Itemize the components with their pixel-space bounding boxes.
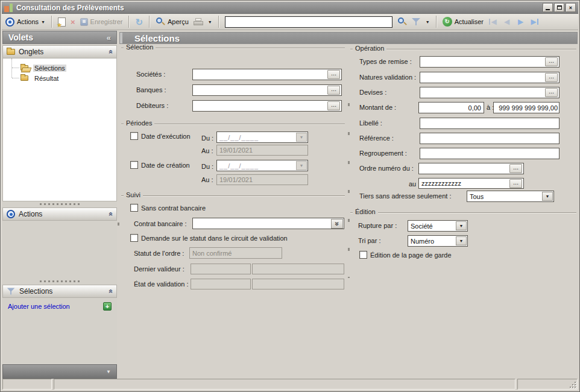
folder-icon xyxy=(7,49,15,55)
du-label: Du : xyxy=(201,134,213,142)
tiers-sans-adresse-select[interactable]: Tous ▼ xyxy=(467,191,554,202)
preview-button[interactable]: Aperçu xyxy=(153,16,191,28)
devises-browse-button[interactable]: ... xyxy=(545,88,558,97)
sidebar-splitter[interactable] xyxy=(2,201,117,206)
au-label: Au : xyxy=(201,147,213,154)
ordre-numero-au-input[interactable]: zzzzzzzzzzzz ... xyxy=(418,178,524,189)
dernier-valideur-input-2 xyxy=(252,264,344,274)
date-execution-au-input: 19/01/2021 xyxy=(216,145,308,156)
close-button[interactable]: × xyxy=(566,3,576,12)
print-options-button[interactable]: ▼ xyxy=(206,19,215,25)
debiteurs-input[interactable]: ... xyxy=(192,100,342,112)
print-button[interactable] xyxy=(191,17,206,27)
reference-input[interactable] xyxy=(420,133,560,144)
date-execution-checkbox[interactable] xyxy=(130,132,138,140)
tiers-dropdown-button[interactable]: ▼ xyxy=(542,192,553,201)
nav-previous-button: ◀ xyxy=(500,16,514,28)
nav-last-button[interactable]: ▶ xyxy=(528,16,541,28)
regroupement-label: Regroupement : xyxy=(359,150,407,157)
actions-section-body xyxy=(2,221,117,279)
ordre-du-browse-button[interactable]: ... xyxy=(509,164,522,173)
au-label: Au : xyxy=(201,176,213,183)
rupture-dropdown-button[interactable]: ▼ xyxy=(456,221,467,230)
types-remise-input[interactable]: ... xyxy=(420,56,560,68)
filter-options-button[interactable]: ▼ xyxy=(423,19,432,25)
resize-grip[interactable] xyxy=(570,382,576,388)
refresh-button[interactable]: ↻ Actualiser xyxy=(440,16,486,28)
page-garde-checkbox[interactable] xyxy=(359,251,367,259)
montant-min-input[interactable]: 0,00 xyxy=(418,102,484,113)
minimize-button[interactable] xyxy=(543,3,553,12)
collapse-sidebar-icon[interactable]: « xyxy=(107,33,111,42)
statut-ordre-input: Non confirmé xyxy=(189,247,282,259)
nav-next-button[interactable]: ▶ xyxy=(514,16,528,28)
page-title: Sélections xyxy=(134,33,180,43)
tree-item-selections[interactable]: Sélections xyxy=(3,63,116,73)
status-bar xyxy=(2,379,578,390)
toolbar-separator xyxy=(128,16,129,28)
sidebar-bottom-bar[interactable]: ▼ xyxy=(2,364,117,379)
devises-input[interactable]: ... xyxy=(420,87,560,98)
add-selection-link[interactable]: Ajouter une sélection xyxy=(8,303,70,310)
chevron-down-icon: ▼ xyxy=(459,224,464,228)
contrat-combo[interactable]: » xyxy=(192,218,344,229)
chevron-up-icon[interactable]: » xyxy=(108,212,114,217)
app-window: Consultation des Prélèvements × Actions … xyxy=(0,0,580,392)
sidebar-title: Volets xyxy=(8,33,33,42)
new-button[interactable]: ★ xyxy=(55,16,68,28)
contrat-dropdown-button[interactable]: » xyxy=(331,219,343,229)
ordre-au-browse-button[interactable]: ... xyxy=(509,179,522,188)
sidebar-splitter[interactable] xyxy=(2,279,117,283)
actions-menu-button[interactable]: Actions ▼ xyxy=(14,17,48,27)
etat-validation-input-2 xyxy=(252,279,344,289)
add-selection-button[interactable]: + xyxy=(103,302,112,311)
group-operation-header: Opération xyxy=(350,45,576,52)
dernier-valideur-label: Dernier valideur : xyxy=(134,265,184,273)
sans-contrat-checkbox[interactable] xyxy=(130,204,138,212)
reference-label: Référence : xyxy=(359,134,394,142)
debiteurs-browse-button[interactable]: ... xyxy=(327,101,340,110)
search-icon xyxy=(397,17,407,27)
tree-item-resultat[interactable]: Résultat xyxy=(3,73,116,83)
section-header-actions[interactable]: Actions » xyxy=(2,207,117,221)
demande-statut-checkbox[interactable] xyxy=(130,234,138,242)
chevron-up-icon[interactable]: » xyxy=(108,50,114,54)
group-operation-label: Opération xyxy=(355,45,384,52)
societes-input[interactable]: ... xyxy=(192,69,342,80)
tri-par-select[interactable]: Numéro ▼ xyxy=(408,235,468,247)
date-creation-checkbox[interactable] xyxy=(130,161,138,169)
titlebar: Consultation des Prélèvements × xyxy=(2,2,578,14)
new-document-icon: ★ xyxy=(58,17,66,27)
close-icon: × xyxy=(569,5,572,11)
search-button[interactable] xyxy=(395,16,409,28)
main-panel: Sélections Sélection Sociétés : ... Banq… xyxy=(119,31,579,379)
save-icon xyxy=(80,18,88,26)
montant-max-input[interactable]: 999 999 999 999,00 xyxy=(493,102,560,113)
libelle-input[interactable] xyxy=(420,118,560,129)
natures-validation-browse-button[interactable]: ... xyxy=(545,73,558,82)
filter-button[interactable] xyxy=(409,16,423,27)
rupture-par-select[interactable]: Société ▼ xyxy=(408,220,468,232)
banques-input[interactable]: ... xyxy=(192,84,342,96)
natures-validation-input[interactable]: ... xyxy=(420,72,560,83)
date-execution-du-combo[interactable]: __/__/____ ▼ xyxy=(216,131,308,143)
demande-statut-label: Demande sur le statut dans le circuit de… xyxy=(141,235,288,242)
date-creation-du-combo[interactable]: __/__/____ ▼ xyxy=(216,160,308,171)
actions-section-label: Actions xyxy=(19,210,42,218)
chevron-up-icon[interactable]: » xyxy=(108,289,114,294)
date-execution-du-dropdown: ▼ xyxy=(296,133,307,142)
search-input[interactable] xyxy=(225,16,392,28)
societes-label: Sociétés : xyxy=(136,71,165,78)
section-header-selections[interactable]: Sélections » xyxy=(2,285,117,298)
types-remise-browse-button[interactable]: ... xyxy=(545,57,558,66)
sidebar: Volets « Onglets » Sélections Résultat xyxy=(2,31,117,379)
maximize-button[interactable] xyxy=(554,3,564,12)
tri-dropdown-button[interactable]: ▼ xyxy=(456,236,467,245)
societes-browse-button[interactable]: ... xyxy=(327,70,340,79)
ordre-numero-du-input[interactable]: ... xyxy=(418,163,524,174)
status-panel-main xyxy=(54,379,515,390)
regroupement-input[interactable] xyxy=(420,148,560,159)
sync-button[interactable]: ↻ xyxy=(133,16,145,28)
section-header-onglets[interactable]: Onglets » xyxy=(2,45,117,58)
banques-browse-button[interactable]: ... xyxy=(327,86,340,95)
